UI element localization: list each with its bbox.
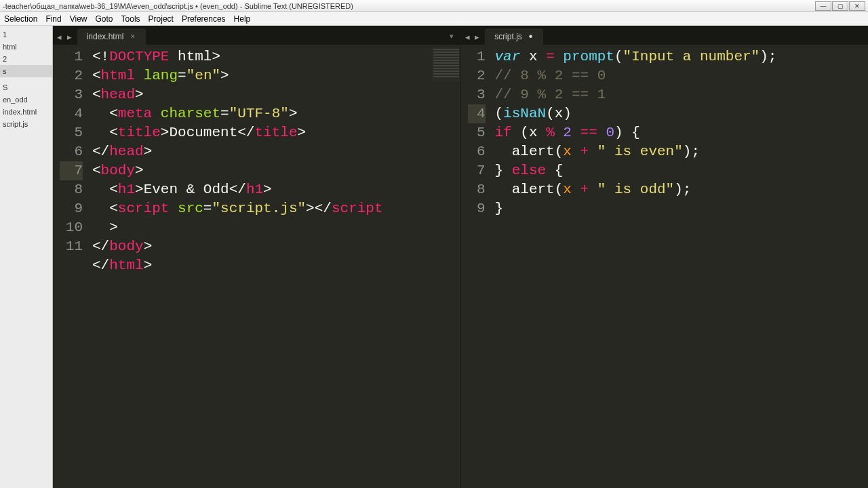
tab-dropdown-icon[interactable]: ▾ (450, 32, 454, 41)
editor-pane: ◂ ▸index.html×▾1234567891011<!DOCTYPE ht… (53, 26, 460, 488)
minimize-button[interactable]: — (815, 1, 831, 11)
side-bar[interactable]: 1html2sSen_oddindex.htmlscript.js (0, 26, 53, 488)
menu-bar: SelectionFindViewGotoToolsProjectPrefere… (0, 12, 868, 26)
menu-item[interactable]: Help (234, 14, 251, 24)
window-controls: — ▢ ✕ (815, 1, 865, 11)
tab-nav-arrows[interactable]: ◂ ▸ (56, 32, 77, 45)
dirty-indicator-icon: • (529, 34, 533, 39)
tab-nav-arrows[interactable]: ◂ ▸ (464, 32, 486, 45)
tab-bar: ◂ ▸index.html×▾ (53, 26, 460, 45)
menu-item[interactable]: Find (45, 14, 61, 24)
menu-item[interactable]: Project (149, 14, 174, 24)
menu-item[interactable]: Goto (96, 14, 113, 24)
code-area[interactable]: <!DOCTYPE html><html lang="en"><head> <m… (90, 45, 460, 488)
close-button[interactable]: ✕ (849, 1, 865, 11)
minimap[interactable] (432, 47, 460, 81)
sidebar-item[interactable]: script.js (0, 118, 52, 130)
sidebar-item[interactable]: s (0, 65, 52, 77)
window-titlebar: -teacher\общая_папка\web-36_19\MA\even_o… (0, 0, 868, 12)
sidebar-item[interactable]: html (0, 41, 52, 53)
editor-pane: ◂ ▸script.js•123456789var x = prompt("In… (460, 26, 869, 488)
window-title: -teacher\общая_папка\web-36_19\MA\even_o… (3, 2, 353, 10)
sidebar-item[interactable]: en_odd (0, 94, 52, 106)
file-tab[interactable]: script.js• (485, 28, 543, 45)
menu-item[interactable]: Selection (4, 14, 37, 24)
maximize-button[interactable]: ▢ (832, 1, 848, 11)
tab-title: script.js (494, 32, 522, 41)
tab-bar: ◂ ▸script.js• (461, 26, 869, 45)
line-gutter: 123456789 (461, 45, 492, 488)
sidebar-item[interactable]: 2 (0, 53, 52, 65)
tab-close-icon[interactable]: × (130, 32, 135, 41)
tab-title: index.html (87, 32, 124, 41)
sidebar-item[interactable]: S (0, 81, 52, 94)
sidebar-item[interactable]: 1 (0, 28, 52, 41)
menu-item[interactable]: Preferences (182, 14, 226, 24)
code-area[interactable]: var x = prompt("Input a number");// 8 % … (492, 45, 869, 488)
code-editor[interactable]: 1234567891011<!DOCTYPE html><html lang="… (53, 45, 460, 488)
menu-item[interactable]: Tools (121, 14, 140, 24)
code-editor[interactable]: 123456789var x = prompt("Input a number"… (461, 45, 869, 488)
sidebar-item[interactable]: index.html (0, 106, 52, 118)
file-tab[interactable]: index.html× (77, 28, 146, 45)
line-gutter: 1234567891011 (53, 45, 90, 488)
menu-item[interactable]: View (70, 14, 87, 24)
